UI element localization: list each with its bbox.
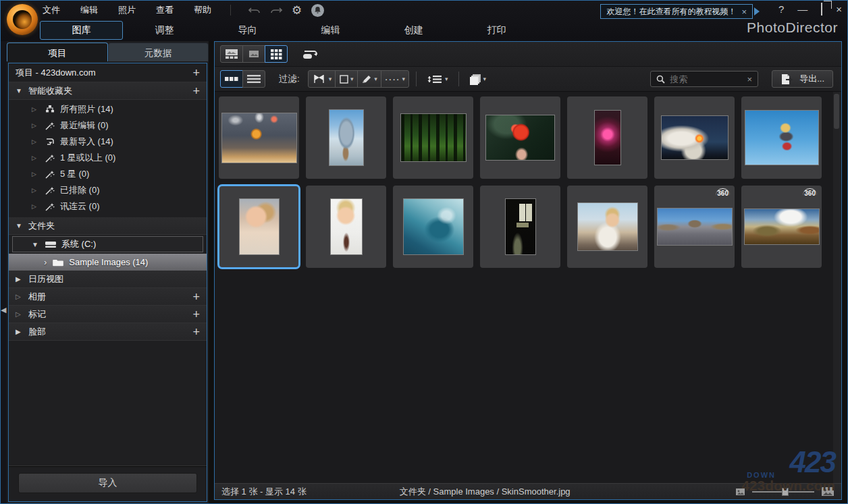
search-input[interactable]	[670, 74, 742, 84]
tab-guided[interactable]: 导向	[206, 22, 289, 39]
edited-filter-button[interactable]: ▾	[357, 70, 381, 88]
photo-thumbnail-forest[interactable]	[393, 96, 473, 179]
tab-create[interactable]: 创建	[372, 22, 455, 39]
export-button[interactable]: 导出...	[772, 70, 833, 88]
import-button[interactable]: 导入	[18, 473, 197, 493]
add-smart-collection-button[interactable]: +	[192, 85, 200, 97]
menu-view[interactable]: 查看	[155, 3, 175, 18]
menu-file[interactable]: 文件	[41, 3, 61, 18]
add-tag-button[interactable]: +	[192, 308, 200, 320]
project-header-label: 项目 - 423down.com	[16, 67, 96, 79]
tree-item-label: 最近编辑 (0)	[60, 119, 109, 132]
magic-wand-icon	[44, 186, 55, 195]
help-icon[interactable]: ?	[778, 3, 784, 15]
section-calendar-view[interactable]: ▶ 日历视图	[9, 271, 207, 288]
add-album-button[interactable]: +	[192, 291, 200, 303]
photo-thumbnail-woman-outdoor[interactable]	[567, 186, 647, 268]
section-tags[interactable]: ▷ 标记 +	[9, 306, 207, 323]
thumbnail-view-button[interactable]	[220, 70, 243, 88]
notification-bell-icon[interactable]	[311, 4, 324, 17]
collapse-sidebar-icon[interactable]: ◀	[1, 306, 6, 314]
tree-item-cyberlink-cloud[interactable]: ▷ 讯连云 (0)	[9, 198, 207, 215]
section-smart-collection[interactable]: ▼ 智能收藏夹 +	[9, 82, 207, 100]
tab-library[interactable]: 图库	[40, 21, 123, 40]
photo-image	[745, 110, 819, 165]
thumbnail-size-slider[interactable]	[752, 491, 814, 493]
add-project-button[interactable]: +	[192, 67, 200, 79]
photo-thumbnail-basketball[interactable]	[219, 96, 299, 179]
photo-image	[221, 113, 297, 163]
menu-edit[interactable]: 编辑	[79, 3, 99, 18]
sort-button[interactable]: ▾	[423, 70, 452, 88]
tree-item-all-photos[interactable]: ▷ 所有照片 (14)	[9, 101, 207, 117]
welcome-tooltip: 欢迎您！在此查看所有的教程视频！ ×	[600, 4, 753, 19]
large-thumbnail-icon[interactable]	[821, 486, 834, 497]
photo-thumbnail-karst[interactable]	[306, 96, 386, 179]
filter-label: 过滤:	[279, 73, 300, 85]
tooltip-close-icon[interactable]: ×	[741, 7, 747, 17]
smart-collection-label: 智能收藏夹	[28, 85, 72, 97]
tree-item-recently-edited[interactable]: ▷ 最近编辑 (0)	[9, 117, 207, 134]
tab-project[interactable]: 项目	[7, 43, 108, 61]
tab-metadata[interactable]: 元数据	[108, 43, 209, 61]
photo-thumbnail-neon-shop[interactable]	[567, 96, 647, 179]
menu-help[interactable]: 帮助	[192, 3, 213, 18]
photo-thumbnail-wave[interactable]	[393, 186, 473, 268]
filter-toolbar: 过滤: ▾ ▾ ▾ ···· ▾ ▾	[215, 67, 841, 92]
photo-image	[239, 198, 280, 255]
close-icon[interactable]: ×	[836, 3, 842, 15]
section-folders[interactable]: ▼ 文件夹	[9, 217, 207, 235]
settings-gear-icon[interactable]: ⚙	[292, 5, 302, 16]
folder-sample-images[interactable]: › Sample Images (14)	[9, 254, 207, 271]
scrollbar-thumb[interactable]	[834, 94, 839, 129]
section-albums[interactable]: ▷ 相册 +	[9, 288, 207, 306]
tab-print[interactable]: 打印	[455, 22, 538, 39]
stack-button[interactable]: ▾	[466, 70, 490, 88]
tree-item-latest-import[interactable]: ▷ 最新导入 (14)	[9, 134, 207, 150]
triangle-down-icon: ▼	[16, 222, 23, 229]
breadcrumb-path: 文件夹 / Sample Images / SkinSmoother.jpg	[400, 486, 571, 498]
photo-thumbnail-maple-leaf[interactable]	[480, 96, 560, 179]
photo-thumbnail-window-light[interactable]	[480, 186, 560, 268]
rating-filter-button[interactable]: ▾	[335, 70, 358, 88]
tab-edit[interactable]: 编辑	[289, 22, 372, 39]
photo-image	[403, 198, 464, 255]
toolbar-separator	[416, 72, 417, 86]
compare-rotate-icon[interactable]	[298, 45, 323, 63]
menu-photo[interactable]: 照片	[117, 3, 137, 18]
tree-item-5-star[interactable]: ▷ 5 星 (0)	[9, 166, 207, 182]
photo-thumbnail-woman-selected[interactable]	[219, 186, 299, 268]
view-browser-preview-button[interactable]	[220, 45, 243, 63]
undo-icon[interactable]	[248, 5, 261, 15]
minimize-icon[interactable]: —	[797, 3, 807, 15]
photo-thumbnail-skater[interactable]	[741, 96, 822, 179]
photo-image	[577, 202, 638, 251]
triangle-right-outline-icon: ▷	[32, 203, 39, 210]
view-single-preview-button[interactable]	[242, 45, 265, 63]
section-faces[interactable]: ▶ 脸部 +	[9, 323, 207, 341]
magic-wand-icon	[44, 154, 55, 163]
small-thumbnail-icon[interactable]	[735, 488, 745, 496]
triangle-right-outline-icon: ▷	[32, 187, 39, 194]
main-area: 过滤: ▾ ▾ ▾ ···· ▾ ▾	[214, 41, 842, 500]
scrollbar-track[interactable]	[833, 92, 841, 483]
tab-adjust[interactable]: 调整	[123, 22, 206, 39]
photo-thumbnail-rocket[interactable]	[654, 96, 735, 179]
photo-thumbnail-pano-canyon[interactable]: 360	[654, 186, 735, 268]
photo-thumbnail-pano-mountain[interactable]: 360	[741, 186, 822, 268]
slider-handle[interactable]	[782, 488, 789, 496]
redo-icon[interactable]	[270, 5, 282, 15]
restore-icon[interactable]	[821, 3, 822, 15]
view-grid-button[interactable]	[265, 45, 288, 63]
tree-item-rejected[interactable]: ▷ 已排除 (0)	[9, 182, 207, 198]
drive-system-c[interactable]: ▼ 系统 (C:)	[12, 236, 203, 252]
flag-filter-button[interactable]: ▾	[308, 70, 336, 88]
add-face-button[interactable]: +	[192, 326, 200, 338]
photo-image	[330, 198, 363, 255]
color-label-filter-button[interactable]: ···· ▾	[381, 70, 409, 88]
photo-thumbnail-woman-laughing[interactable]	[306, 186, 386, 268]
tree-item-1-star-up[interactable]: ▷ 1 星或以上 (0)	[9, 150, 207, 166]
search-clear-icon[interactable]: ×	[747, 74, 753, 84]
triangle-right-outline-icon: ▷	[32, 106, 39, 113]
list-view-button[interactable]	[242, 70, 265, 88]
